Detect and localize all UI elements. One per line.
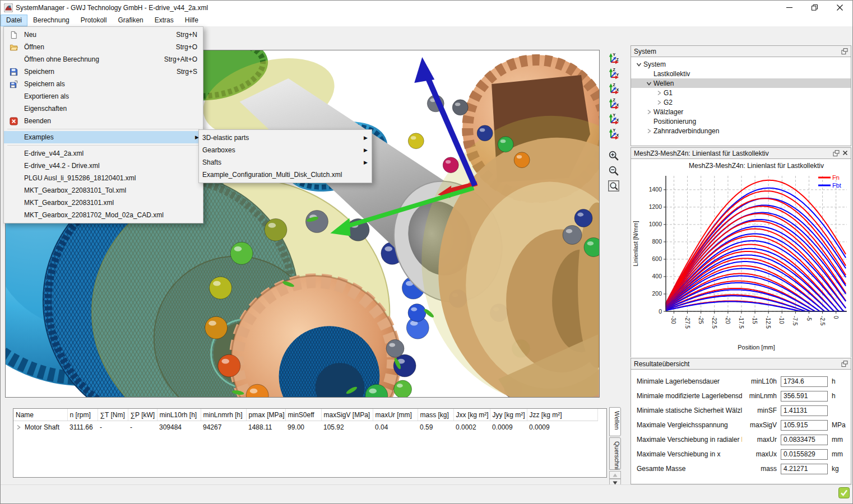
- zoom-fit-icon[interactable]: [606, 179, 621, 193]
- view-axis-icon[interactable]: YZ: [606, 51, 621, 65]
- recent-file-item[interactable]: E-drive_v44_2a.xml: [4, 147, 203, 160]
- chevron-right-icon[interactable]: [645, 109, 653, 115]
- menu-berechnung[interactable]: Berechnung: [27, 15, 75, 26]
- row-expander-icon[interactable]: [16, 424, 21, 430]
- result-value-field[interactable]: 0.0833475: [781, 435, 828, 445]
- tree-item-label: System: [643, 60, 666, 68]
- file-menu-item-ffnen-ohne-berechnung[interactable]: Öffnen ohne BerechnungStrg+Alt+O: [4, 53, 203, 66]
- column-header-t-nm[interactable]: ∑T [Nm]: [98, 409, 128, 421]
- column-header-jzz-kg-m[interactable]: Jzz [kg m²]: [527, 409, 597, 421]
- result-value-field[interactable]: 0.0155829: [781, 449, 828, 460]
- recent-file-item[interactable]: MKT_Gearbox_22083101_Tol.xml: [4, 184, 203, 197]
- result-value-field[interactable]: 105.915: [781, 420, 828, 431]
- y-tick-label: 400: [652, 273, 662, 279]
- column-header-mins0eff[interactable]: minS0eff: [285, 409, 321, 421]
- column-header-name[interactable]: Name: [13, 409, 67, 421]
- minimize-icon[interactable]: [777, 1, 802, 15]
- results-panel-header[interactable]: Resultateübersicht: [631, 358, 851, 370]
- file-menu-item-exportieren-als[interactable]: Exportieren als: [4, 90, 203, 102]
- recent-file-item[interactable]: E-drive_v44.2 - Drive.xml: [4, 160, 203, 172]
- result-value-field[interactable]: 356.591: [781, 391, 828, 402]
- result-value-field[interactable]: 1.41131: [781, 405, 828, 416]
- legend-fn: Fn: [832, 174, 840, 181]
- file-menu-item-eigenschaften[interactable]: Eigenschaften: [4, 102, 203, 115]
- file-menu-item-examples[interactable]: Examples▶: [4, 131, 203, 143]
- shaft-table-panel: Namen [rpm]∑T [Nm]∑P [kW]minL10rh [h]min…: [5, 403, 622, 486]
- zoom-in-icon[interactable]: [606, 148, 621, 162]
- side-tab-wellen[interactable]: Wellen: [609, 407, 621, 436]
- svg-text:Z: Z: [613, 68, 616, 72]
- menu-extras[interactable]: Extras: [149, 15, 179, 26]
- file-menu-item-neu[interactable]: NeuStrg+N: [4, 29, 203, 41]
- column-header-minlnmrh-h[interactable]: minLnmrh [h]: [201, 409, 246, 421]
- column-header-n-rpm[interactable]: n [rpm]: [67, 409, 98, 421]
- examples-submenu-item-3d-elastic-parts[interactable]: 3D-elastic parts▶: [199, 132, 372, 144]
- chevron-right-icon[interactable]: [655, 90, 664, 96]
- view-axis-icon[interactable]: ZY: [606, 66, 621, 80]
- chevron-down-icon[interactable]: [634, 62, 643, 67]
- column-header-minl10rh-h[interactable]: minL10rh [h]: [157, 409, 201, 421]
- column-header-mass-kg[interactable]: mass [kg]: [418, 409, 453, 421]
- tree-item-wellen[interactable]: Wellen: [631, 78, 851, 88]
- float-panel-icon[interactable]: [841, 48, 848, 55]
- column-header-p-kw[interactable]: ∑P [kW]: [128, 409, 157, 421]
- examples-submenu-item-gearboxes[interactable]: Gearboxes▶: [199, 144, 372, 156]
- recent-file-item[interactable]: MKT_Gearbox_22081702_Mod_02a_CAD.xml: [4, 209, 203, 221]
- view-axis-icon[interactable]: ZX: [606, 96, 621, 110]
- side-tab-querschni[interactable]: Querschni: [609, 437, 621, 470]
- recent-file-item[interactable]: MKT_Gearbox_22083101.xml: [4, 197, 203, 209]
- zoom-out-icon[interactable]: [606, 164, 621, 178]
- column-header-pmax-mpa[interactable]: pmax [MPa]: [246, 409, 285, 421]
- view-axis-icon[interactable]: YX: [606, 111, 621, 125]
- tree-item-zahnradverbindungen[interactable]: Zahnradverbindungen: [631, 126, 851, 136]
- result-code: maxUr: [742, 436, 777, 444]
- calculation-ok-icon[interactable]: [838, 487, 850, 498]
- examples-submenu-item-example-configuration-multi-disk-clutch-xml[interactable]: Example_Configuration_Multi_Disk_Clutch.…: [199, 169, 372, 181]
- table-cell: 0.59: [418, 421, 453, 433]
- tree-item-positionierung[interactable]: Positionierung: [631, 116, 851, 126]
- file-menu-item-speichern-als[interactable]: Speichern als: [4, 78, 203, 90]
- file-menu-item-ffnen[interactable]: ÖffnenStrg+O: [4, 41, 203, 53]
- tree-item-lastkollektiv[interactable]: Lastkollektiv: [631, 69, 851, 78]
- table-row[interactable]: Motor Shaft3111.66--309484942671488.1199…: [13, 421, 597, 433]
- tree-item-label: G1: [664, 89, 673, 97]
- column-header-jxx-kg-m[interactable]: Jxx [kg m²]: [453, 409, 490, 421]
- exit-icon: [7, 116, 20, 125]
- view-axis-icon[interactable]: ZX: [606, 81, 621, 95]
- y-axis-label: Linienlast [N/mm]: [632, 221, 639, 266]
- result-value-field[interactable]: 1734.6: [781, 376, 828, 387]
- menu-grafiken[interactable]: Grafiken: [112, 15, 149, 26]
- tree-item-w-lzlager[interactable]: Wälzlager: [631, 107, 851, 116]
- tree-item-g2[interactable]: G2: [631, 97, 851, 107]
- svg-text:Y: Y: [616, 72, 619, 76]
- close-icon[interactable]: [842, 150, 848, 157]
- column-header-jyy-kg-m[interactable]: Jyy [kg m²]: [490, 409, 527, 421]
- chevron-right-icon[interactable]: [655, 100, 664, 105]
- menu-datei[interactable]: Datei: [1, 15, 27, 26]
- system-panel-header[interactable]: System: [631, 46, 851, 57]
- table-cell: 0.04: [373, 421, 418, 433]
- tree-item-system[interactable]: System: [631, 59, 851, 69]
- chart-panel-header[interactable]: MeshZ3-MeshZ4n: Linienlast für Lastkolle…: [631, 148, 851, 159]
- systemmanager-logo-icon: [4, 3, 13, 12]
- file-menu-item-beenden[interactable]: Beenden: [4, 115, 203, 127]
- chart-title: MeshZ3-MeshZ4n: Linienlast für Lastkolle…: [689, 162, 824, 170]
- file-menu-item-speichern[interactable]: SpeichernStrg+S: [4, 66, 203, 78]
- close-icon[interactable]: [827, 1, 852, 15]
- chevron-down-icon[interactable]: [645, 81, 653, 86]
- float-panel-icon[interactable]: [841, 361, 848, 367]
- result-value-field[interactable]: 4.21271: [781, 464, 828, 474]
- recent-file-item[interactable]: PLGU Ausl_li_915286_18120401.xml: [4, 172, 203, 184]
- y-tick-label: 600: [652, 255, 662, 262]
- menu-hilfe[interactable]: Hilfe: [179, 15, 204, 26]
- tree-item-g1[interactable]: G1: [631, 88, 851, 97]
- menu-protokoll[interactable]: Protokoll: [75, 15, 113, 26]
- column-header-maxur-mm[interactable]: maxUr [mm]: [373, 409, 418, 421]
- examples-submenu-item-shafts[interactable]: Shafts▶: [199, 156, 372, 169]
- restore-icon[interactable]: [802, 1, 827, 15]
- column-header-maxsigv-mpa[interactable]: maxSigV [MPa]: [321, 409, 373, 421]
- view-axis-icon[interactable]: YX: [606, 127, 621, 141]
- float-panel-icon[interactable]: [833, 150, 840, 157]
- scroll-up-icon[interactable]: [609, 471, 621, 479]
- chevron-right-icon[interactable]: [645, 128, 653, 134]
